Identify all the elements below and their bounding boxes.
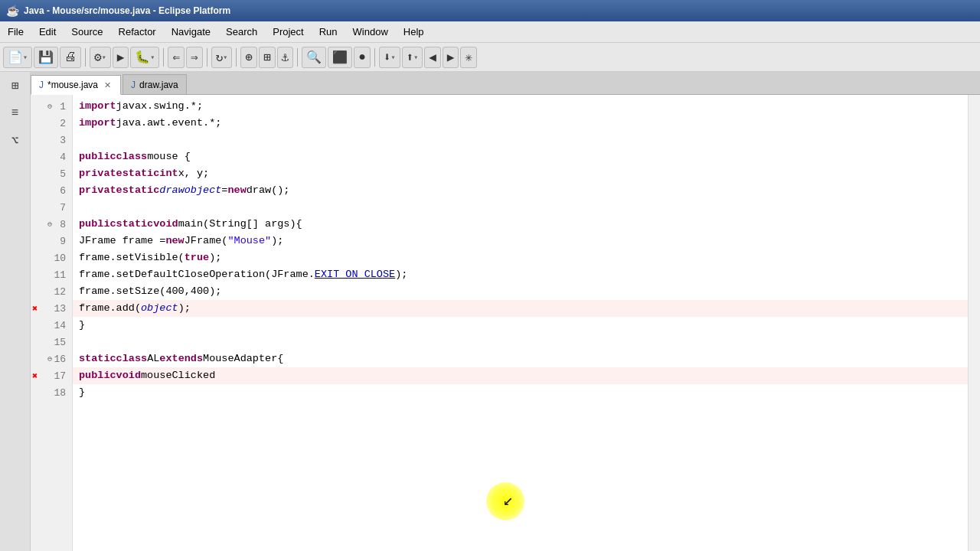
- code-line-14[interactable]: }: [73, 317, 968, 334]
- code-line-17[interactable]: public void mouseClicked: [73, 367, 968, 384]
- line-num-13: ✖13: [31, 300, 72, 317]
- run-ext-btn[interactable]: ⬛: [328, 47, 352, 68]
- line-number-text-5: 5: [60, 168, 66, 180]
- line-num-4: 4: [31, 148, 72, 165]
- line-number-text-14: 14: [54, 320, 66, 331]
- line-num-11: 11: [31, 266, 72, 283]
- line-num-15: 15: [31, 334, 72, 350]
- nav-down-btn[interactable]: ⬇▾: [379, 47, 400, 68]
- code-line-10[interactable]: frame.setVisible(true);: [73, 249, 968, 266]
- code-line-1[interactable]: import javax.swing.*;: [73, 98, 968, 115]
- run-btn[interactable]: ⚙▾: [90, 47, 111, 68]
- save-btn[interactable]: 💾: [34, 47, 58, 68]
- scrollbar[interactable]: [968, 95, 980, 551]
- code-line-15[interactable]: [73, 334, 968, 350]
- line-num-9: 9: [31, 233, 72, 249]
- toolbar-separator: [163, 48, 164, 67]
- code-line-2[interactable]: import java.awt.event.*;: [73, 115, 968, 132]
- back-btn[interactable]: ◀: [424, 47, 441, 68]
- line-number-text-10: 10: [54, 253, 66, 264]
- toolbar-separator: [236, 48, 237, 67]
- code-content[interactable]: import javax.swing.*;import java.awt.eve…: [73, 95, 968, 551]
- line-num-3: 3: [31, 132, 72, 148]
- line-num-17: ✖17: [31, 367, 72, 384]
- code-line-6[interactable]: private static draw object = new draw();: [73, 182, 968, 199]
- code-line-8[interactable]: public static void main(String[] args){: [73, 216, 968, 233]
- tab-close-mouse[interactable]: ✕: [102, 80, 113, 90]
- line-number-text-4: 4: [60, 152, 66, 163]
- toolbar-separator: [85, 48, 86, 67]
- tab-mouse[interactable]: J*mouse.java✕: [31, 75, 121, 95]
- menu-item-file[interactable]: File: [0, 23, 31, 41]
- print-btn[interactable]: 🖨: [60, 47, 81, 68]
- menu-item-source[interactable]: Source: [64, 23, 110, 41]
- dropdown-arrow: ▾: [391, 53, 396, 62]
- menu-item-search[interactable]: Search: [218, 23, 265, 41]
- menu-item-edit[interactable]: Edit: [31, 23, 64, 41]
- line-num-16: ⊖16: [31, 350, 72, 367]
- code-line-7[interactable]: [73, 199, 968, 216]
- debug-btn[interactable]: 🐛▾: [130, 47, 159, 68]
- menu-item-help[interactable]: Help: [396, 23, 432, 41]
- line-num-18: 18: [31, 384, 72, 401]
- prev-edit-btn[interactable]: ⇐: [168, 47, 185, 68]
- collapse-icon-16[interactable]: ⊖: [47, 354, 52, 364]
- outline-icon[interactable]: ≡: [5, 103, 26, 124]
- code-editor[interactable]: ⊖1234567⊖89101112✖131415⊖16✖1718 import …: [31, 95, 980, 551]
- main-area: ⊞≡⌥ J*mouse.java✕Jdraw.java ⊖1234567⊖891…: [0, 72, 980, 551]
- next-edit-btn[interactable]: ⇒: [186, 47, 203, 68]
- search2-btn[interactable]: ⊞: [259, 47, 276, 68]
- menu-item-refactor[interactable]: Refactor: [111, 23, 164, 41]
- menu-item-run[interactable]: Run: [312, 23, 345, 41]
- line-number-text-3: 3: [60, 135, 66, 146]
- menu-bar: FileEditSourceRefactorNavigateSearchProj…: [0, 21, 980, 43]
- code-line-5[interactable]: private static int x, y;: [73, 165, 968, 182]
- line-num-8: ⊖8: [31, 216, 72, 233]
- line-number-text-11: 11: [54, 269, 66, 281]
- code-line-16[interactable]: static class AL extends MouseAdapter{: [73, 350, 968, 367]
- run-play-btn[interactable]: ▶: [113, 47, 129, 68]
- title-bar-title: Java - Mouse/src/mouse.java - Eclipse Pl…: [24, 5, 230, 16]
- profile-btn[interactable]: ●: [354, 47, 371, 68]
- dropdown-arrow: ▾: [102, 53, 106, 62]
- sync-btn[interactable]: ✳: [460, 47, 477, 68]
- line-number-text-13: 13: [54, 303, 66, 315]
- menu-item-window[interactable]: Window: [345, 23, 396, 41]
- tab-bar: J*mouse.java✕Jdraw.java: [31, 72, 980, 95]
- line-num-5: 5: [31, 165, 72, 182]
- refresh-btn[interactable]: ↻▾: [211, 47, 233, 68]
- tab-label-mouse: *mouse.java: [47, 80, 98, 90]
- line-number-text-16: 16: [54, 354, 66, 365]
- code-line-9[interactable]: JFrame frame = new JFrame("Mouse");: [73, 233, 968, 249]
- toolbar-separator: [374, 48, 375, 67]
- line-numbers: ⊖1234567⊖89101112✖131415⊖16✖1718: [31, 95, 73, 551]
- package-explorer-icon[interactable]: ⊞: [5, 75, 26, 96]
- code-line-13[interactable]: frame.add(object);: [73, 300, 968, 317]
- line-number-text-1: 1: [60, 101, 66, 112]
- hierarchy-icon[interactable]: ⌥: [5, 130, 26, 152]
- line-num-6: 6: [31, 182, 72, 199]
- toolbar-separator: [297, 48, 298, 67]
- error-icon-17: ✖: [32, 370, 38, 382]
- error-icon-13: ✖: [32, 303, 38, 315]
- menu-item-project[interactable]: Project: [265, 23, 311, 41]
- code-line-12[interactable]: frame.setSize(400,400);: [73, 283, 968, 300]
- line-number-text-9: 9: [60, 236, 66, 247]
- code-line-11[interactable]: frame.setDefaultCloseOperation(JFrame.EX…: [73, 266, 968, 283]
- tab-icon-draw: J: [131, 80, 136, 90]
- new-file-btn[interactable]: 📄▾: [3, 47, 32, 68]
- links-btn[interactable]: ⚓: [277, 47, 294, 68]
- open-type-btn[interactable]: 🔍: [302, 47, 326, 68]
- tab-draw[interactable]: Jdraw.java: [122, 74, 187, 94]
- toolbar: 📄▾💾🖨⚙▾▶🐛▾⇐⇒↻▾⊕⊞⚓🔍⬛●⬇▾⬆▾◀▶✳: [0, 43, 980, 72]
- forward-btn[interactable]: ▶: [443, 47, 459, 68]
- search1-btn[interactable]: ⊕: [240, 47, 257, 68]
- code-line-4[interactable]: public class mouse {: [73, 148, 968, 165]
- collapse-icon-1[interactable]: ⊖: [47, 102, 52, 111]
- code-line-3[interactable]: [73, 132, 968, 148]
- nav-up-btn[interactable]: ⬆▾: [402, 47, 423, 68]
- code-line-18[interactable]: }: [73, 384, 968, 401]
- menu-item-navigate[interactable]: Navigate: [164, 23, 218, 41]
- collapse-icon-8[interactable]: ⊖: [47, 220, 52, 229]
- line-num-2: 2: [31, 115, 72, 132]
